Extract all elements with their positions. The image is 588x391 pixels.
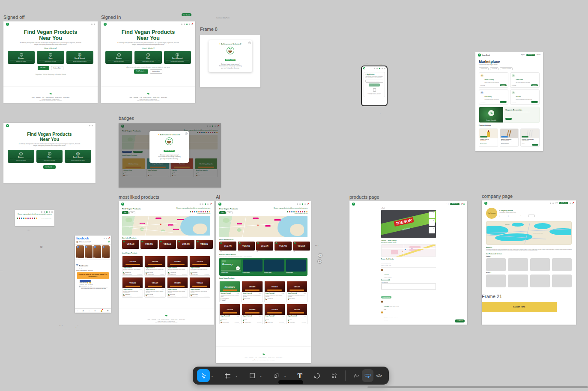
footer-link[interactable]: Roadmap [134,97,138,98]
pin-icon[interactable] [92,125,93,127]
map-toggle[interactable]: Map [122,211,128,214]
carousel-item[interactable]: ♡VEGAN ♡ 6 [196,240,213,251]
footer-link[interactable]: Privacy Policy [153,97,160,98]
product-card[interactable]: VEGAN Vegan Protein #6♡2 ✉1 Fabulous veg… [144,277,165,298]
messenger-icon[interactable]: ✆ [108,237,110,239]
toolbar-drag-handle[interactable] [278,380,303,384]
pin-icon[interactable] [202,203,204,205]
category-dot-icon[interactable] [207,211,208,212]
search-icon[interactable] [181,24,183,25]
category-dot-icon[interactable] [21,218,22,219]
nav-marketplace[interactable]: Marketplace [526,54,535,56]
category-dot-icon[interactable] [198,211,200,212]
avatar[interactable] [572,203,574,204]
frame-label-frame8[interactable]: Frame 8 [200,27,218,32]
chevron-down-icon[interactable]: ⌄ [260,374,263,378]
avatar[interactable] [307,203,309,205]
post-comment-button[interactable]: Post Comment [381,296,392,298]
category-dot-icon[interactable] [17,218,18,219]
category-dot-icon[interactable] [304,211,305,212]
footer-link[interactable]: About [129,97,132,98]
pin-icon[interactable] [44,211,45,213]
map-button-icon[interactable] [205,203,206,205]
image-placeholder[interactable] [486,258,506,271]
photo-icon[interactable] [108,241,110,242]
frame-label-frame21[interactable]: Frame 21 [482,294,502,299]
pin-icon[interactable] [184,24,185,25]
vegan-check-logo-icon[interactable] [6,23,9,26]
mini-overview-card[interactable]: Discover vegan products shared by our co… [15,210,54,226]
avatar[interactable] [210,203,212,205]
remove-icon[interactable]: × [318,253,322,258]
image-placeholder[interactable] [486,275,506,287]
image-placeholder[interactable] [508,275,528,287]
product-card[interactable]: VEGAN Vegan Protein #1♡4 ✉1 Delicious ve… [122,256,143,276]
search-icon[interactable] [91,24,93,25]
footer-link[interactable]: Terms of Service [46,97,54,98]
vegan-check-logo-icon[interactable] [478,54,481,57]
add-to-list-button[interactable]: Add to list [369,84,379,86]
avatar[interactable] [384,68,386,69]
category-dot-icon[interactable] [203,211,204,212]
check-pill-button[interactable]: ✓ Check It [455,319,465,322]
footer-link[interactable]: Report Issue [161,97,167,98]
target-icon[interactable]: ⊕ [40,245,43,249]
product-card[interactable]: VEGAN Vegan Protein #2♡3 ✉1 Smooth vegan… [144,256,165,276]
image-placeholder[interactable] [552,275,572,287]
find-products-button[interactable]: Find Products → [134,69,148,74]
brand-card[interactable]: ⌂ Green HomeEco-friendly household essen… [510,72,540,87]
bell-icon[interactable] [570,203,571,204]
close-icon[interactable]: × [185,132,188,135]
product-card[interactable]: VEGAN Vegan Protein #3♡3 ✉2 Delicious ve… [264,281,285,302]
footer-link[interactable]: Roadmap [249,357,254,358]
chevron-down-icon[interactable]: ⌄ [235,374,238,378]
frame-tool[interactable] [221,369,234,382]
pin-icon[interactable] [94,24,96,25]
marketplace-icon[interactable]: ⌂ [89,310,90,312]
frame-landing-wide[interactable]: Find Vegan ProductsNear You A community-… [3,123,96,183]
bell-icon[interactable] [304,203,306,205]
add-icon[interactable]: + [317,259,322,264]
footer-link[interactable]: Terms of Service [143,97,152,98]
brand-card[interactable]: ✾ Nature's BountyNatural vegan food and … [479,72,508,87]
story-card[interactable]: Story [102,245,110,258]
company-logo[interactable]: Your Company [486,208,497,219]
category-dot-icon[interactable] [291,211,293,212]
search-icon[interactable]: ⌕ [106,237,107,239]
footer-link[interactable]: FAQ [158,319,160,320]
brand-card[interactable]: ❄ Pure BeautyPlant-based skincare and se… [479,90,508,104]
brand-card[interactable]: ❧ Eco EatsDelicious, sustainable plant-b… [510,90,540,104]
visit-shop-button[interactable]: Visit Shop [500,84,507,86]
plus-icon[interactable]: ＋ [103,237,105,239]
category-dot-icon[interactable] [194,211,195,212]
product-card[interactable]: VEGAN Vegan Protein #7♡1 ✉1 Delicious ve… [264,304,285,324]
pin-icon[interactable] [299,203,301,205]
category-dot-icon[interactable] [32,218,33,219]
vegan-check-logo-icon[interactable] [484,202,487,205]
wishlist-input[interactable]: Find a product (e.g. oat milk) [365,80,383,83]
category-dot-icon[interactable] [300,211,301,212]
footer-link[interactable]: FAQ [140,97,142,98]
featured-product-rosemary[interactable]: Omega Rosemary VEGAN Product Name Plant-… [221,260,241,275]
map-button-icon[interactable] [46,211,48,213]
frame-badges[interactable]: Find Vegan Products Discover vegan produ… [119,123,221,188]
featured-brand-banner[interactable]: Organic Essentials Organic Essentials Su… [479,107,540,123]
pin-icon[interactable] [552,203,554,204]
map-toggle[interactable]: Map [219,211,226,214]
avatar[interactable] [463,203,465,205]
image-placeholder[interactable] [552,258,572,271]
footer-link[interactable]: Privacy Policy [55,97,62,98]
category-dot-icon[interactable] [298,211,299,212]
vegan-check-logo-icon[interactable] [218,203,221,206]
category-dot-icon[interactable] [196,211,197,212]
groups-icon[interactable]: ☻ [94,310,96,312]
product-card[interactable]: VEGAN Vegan Protein #4♡2 ✉1 Protein-pack… [287,281,307,302]
category-dot-icon[interactable] [34,218,35,219]
chevron-down-icon[interactable]: ⌄ [284,374,287,378]
frame-label-signed-in[interactable]: Signed In [101,15,121,20]
close-icon[interactable]: × [248,42,251,44]
carousel-item[interactable]: ♡VEGAN ♡ 9 [238,242,255,252]
shape-tool[interactable] [246,369,259,382]
explore-map-button[interactable]: Explore Map [51,66,63,70]
carousel-item[interactable]: ♡VEGAN ♡ 8 [159,240,176,251]
